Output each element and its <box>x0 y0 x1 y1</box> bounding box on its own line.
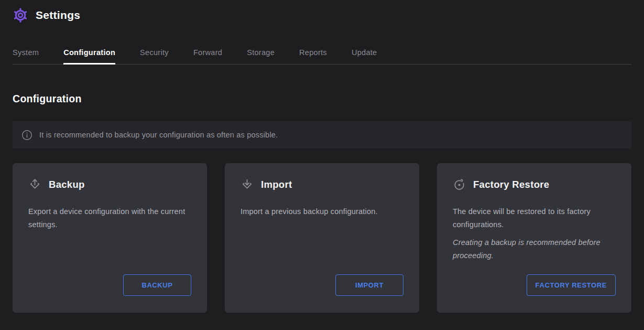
info-banner-text: It is recommended to backup your configu… <box>39 131 278 139</box>
factory-restore-card-header: Factory Restore <box>453 178 616 191</box>
factory-restore-card-description: The device will be restored to its facto… <box>453 205 610 231</box>
export-arrow-up-icon <box>28 178 41 191</box>
page-title: Settings <box>36 9 80 22</box>
import-card-header: Import <box>241 178 403 191</box>
import-card-description: Import a previous backup configuration. <box>241 205 398 218</box>
tab-security[interactable]: Security <box>140 48 169 64</box>
import-arrow-down-icon <box>241 178 254 191</box>
import-card-title: Import <box>261 179 292 190</box>
tab-configuration[interactable]: Configuration <box>63 48 115 64</box>
card-grid: Backup Export a device configuration wit… <box>13 163 631 313</box>
restore-timer-icon <box>453 178 466 191</box>
app-header: Settings <box>0 0 644 23</box>
tab-update[interactable]: Update <box>352 48 377 64</box>
tab-reports[interactable]: Reports <box>299 48 327 64</box>
tab-storage[interactable]: Storage <box>247 48 275 64</box>
backup-card-description: Export a device configuration with the c… <box>28 205 185 231</box>
backup-button[interactable]: BACKUP <box>123 274 191 296</box>
tab-forward[interactable]: Forward <box>193 48 222 64</box>
factory-restore-card-title: Factory Restore <box>473 179 549 190</box>
import-button[interactable]: IMPORT <box>335 274 403 296</box>
tab-system[interactable]: System <box>13 48 39 64</box>
import-card: Import Import a previous backup configur… <box>225 163 419 313</box>
tab-bar: System Configuration Security Forward St… <box>13 48 631 65</box>
factory-restore-button[interactable]: FACTORY RESTORE <box>527 274 616 296</box>
backup-card: Backup Export a device configuration wit… <box>13 163 207 313</box>
factory-restore-card: Factory Restore The device will be resto… <box>437 163 631 313</box>
info-circle-icon <box>21 130 32 141</box>
info-banner: It is recommended to backup your configu… <box>13 121 631 148</box>
factory-restore-card-note: Creating a backup is recommended before … <box>453 236 615 262</box>
backup-card-title: Backup <box>49 179 85 190</box>
gear-icon <box>13 7 28 23</box>
backup-card-header: Backup <box>28 178 191 191</box>
section-heading: Configuration <box>13 93 631 105</box>
